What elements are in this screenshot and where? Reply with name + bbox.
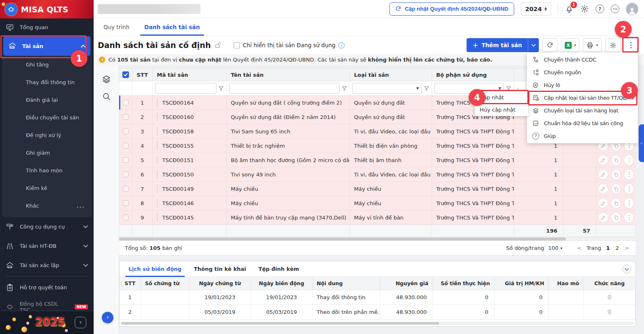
sidebar-subitem[interactable]: Đánh giá lại [2,91,92,109]
copy-icon[interactable] [611,183,621,194]
year-stepper-icon[interactable]: ▲▼ [545,7,547,11]
year-selector[interactable]: 2024 ▲▼ [521,2,551,16]
prev-page-button[interactable]: < [576,245,582,251]
add-asset-button[interactable]: +Thêm tài sản [467,38,539,52]
row-more-icon[interactable] [624,183,634,194]
sidebar-item-ho-tro-quyet-toan[interactable]: Hỗ trợ quyết toán [0,278,94,297]
sidebar-item-cong-cu-dung-cu[interactable]: Công cụ dụng cụ [0,217,94,236]
row-more-icon[interactable] [624,198,634,208]
unlock-icon[interactable] [214,42,221,49]
more-actions-button[interactable] [624,38,637,52]
filter-input-code[interactable] [155,83,216,94]
copy-icon[interactable] [611,155,621,165]
drag-handle[interactable] [157,171,159,178]
row-checkbox[interactable] [123,143,129,149]
asset-table-row[interactable]: 7 TSCĐ00149 Máy chiếu Máy chiếu Trường T… [119,182,636,196]
filter-funnel-icon[interactable] [424,86,429,91]
menu-item-giup[interactable]: ? Giúp [527,130,638,142]
tab-danh-sach-tai-san[interactable]: Danh sách tài sản [138,18,206,36]
col-bo-phan-su-dung[interactable]: Bộ phận sử dụng [432,69,514,81]
page-1-button[interactable]: 1 [605,245,611,251]
sidebar-collapse-button[interactable] [75,317,86,328]
drag-handle[interactable] [157,214,159,221]
next-page-button[interactable]: > [624,245,630,251]
detail-table-row[interactable]: 2 05/03/2019 05/03/2019 Theo dõi trên ph… [120,305,635,320]
row-more-icon[interactable] [624,169,634,180]
page-2-button[interactable]: 2 [615,245,620,251]
update-decision-button[interactable]: Cập nhật Quyết định 45/2024/QĐ-UBND [389,2,514,16]
layers-icon[interactable] [101,74,111,84]
info-icon[interactable] [338,42,345,48]
submenu-item-huy-cap-nhat[interactable]: Hủy cập nhật [475,103,528,116]
row-checkbox[interactable] [123,172,129,177]
filter-funnel-icon[interactable] [342,86,347,91]
rows-per-page-select[interactable]: 100 [548,245,562,251]
sidebar-subitem[interactable]: Điều chuyển tài sản [2,109,92,126]
gear-icon[interactable] [580,5,589,13]
sidebar-subitem-khac[interactable]: Khác ... [2,197,92,215]
copy-icon[interactable] [611,198,621,208]
row-more-icon[interactable] [624,155,634,165]
bell-icon[interactable]: 1 [565,5,574,14]
drag-handle[interactable] [157,113,159,121]
table-settings-button[interactable] [605,38,621,52]
asset-table-row[interactable]: 6 TSCĐ00150 Tivi sony 49 inch Ti vi, đầu… [119,167,636,182]
filter-funnel-icon[interactable] [506,86,511,91]
drag-handle[interactable] [157,99,159,106]
row-checkbox[interactable] [123,100,129,105]
sidebar-subitem[interactable]: Tính hao mòn [2,162,92,179]
tab-tep-dinh-kem[interactable]: Tệp đính kèm [253,261,304,277]
expand-panel-button[interactable] [102,312,113,323]
row-checkbox[interactable] [123,114,129,120]
row-checkbox[interactable] [123,157,129,163]
menu-item-chuyen-nguon[interactable]: Chuyển nguồn [527,66,638,79]
right-panel-toggle[interactable] [639,124,644,162]
copy-icon[interactable] [611,212,621,223]
export-excel-button[interactable]: X [561,38,580,52]
print-button[interactable] [583,38,602,52]
drag-handle[interactable] [157,156,159,164]
refresh-button[interactable] [542,38,558,52]
sidebar-subitem[interactable]: Đề nghị xử lý [2,126,92,144]
delete-icon[interactable] [607,309,612,315]
asset-table-row[interactable]: 8 TSCĐ00146 Máy chiếu Máy chiếu Trường T… [119,196,636,210]
row-more-icon[interactable] [624,212,634,223]
drag-handle[interactable] [157,199,159,207]
filter-input-name[interactable] [229,83,340,94]
delete-icon[interactable] [607,294,612,300]
search-icon[interactable] [101,92,111,101]
row-checkbox[interactable] [123,186,129,192]
detail-table-row[interactable]: 1 19/01/2023 19/01/2023 Thay đổi thông t… [120,290,635,305]
menu-item-chuyen-loai-hang-loat[interactable]: Chuyển loại tài sản hàng loạt [527,104,638,117]
detail-hscrollbar[interactable] [121,322,634,325]
col-stt[interactable]: STT [132,69,153,81]
menu-item-chuyen-thanh-ccdc[interactable]: Chuyển thành CCDC [527,53,638,66]
asset-table-row[interactable]: 9 TSCĐ00145 Máy tính để bàn truy cập mạn… [119,210,636,225]
filter-funnel-icon[interactable] [218,86,224,91]
drag-handle[interactable] [157,142,159,149]
help-icon[interactable]: ? [596,5,604,13]
edit-icon[interactable] [598,155,608,165]
row-checkbox[interactable] [123,200,129,206]
tab-quy-trinh[interactable]: Quy trình [97,18,136,36]
user-avatar[interactable] [626,3,638,15]
asset-table-row[interactable]: 5 TSCĐ00151 Bộ âm thanh học đường (Gồm 2… [119,153,636,167]
sidebar-subitem[interactable]: Kiểm kê [2,179,92,197]
sidebar-subitem[interactable]: Thay đổi thông tin [2,73,92,91]
sidebar-subitem[interactable]: Ghi giảm [2,144,92,162]
filter-in-use-checkbox[interactable] [234,42,240,48]
sidebar-item-tong-quan[interactable]: Tổng quan [0,18,94,36]
edit-icon[interactable] [598,198,608,208]
col-ten-tai-san[interactable]: Tên tài sản [227,69,350,81]
col-loai-tai-san[interactable]: Loại tài sản [350,69,432,81]
filter-select-type[interactable]: ▼ [352,83,422,94]
tab-lich-su-bien-dong[interactable]: Lịch sử biến động [124,261,186,277]
row-checkbox[interactable] [123,128,129,134]
copy-icon[interactable] [611,169,621,180]
sidebar-item-tai-san-xac-lap[interactable]: Tài sản xác lập [0,256,94,275]
drag-handle[interactable] [157,128,159,135]
col-ma-tai-san[interactable]: Mã tài sản [153,69,227,81]
drag-handle[interactable] [157,185,159,192]
more-options-icon[interactable]: ⋯ [611,5,619,13]
edit-icon[interactable] [598,169,608,180]
